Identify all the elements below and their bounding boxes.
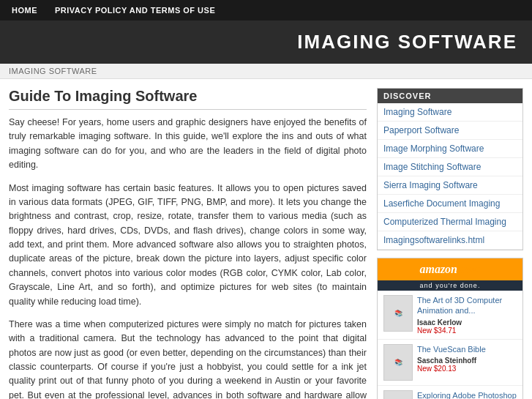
discover-link-2[interactable]: Image Morphing Software bbox=[378, 140, 522, 157]
amazon-product: 📚 Exploring Adobe Photoshop CS5 Annesa H… bbox=[378, 386, 522, 399]
site-title: IMAGING SOFTWARE bbox=[15, 31, 517, 53]
breadcrumb-text: IMAGING SOFTWARE bbox=[9, 67, 97, 75]
list-item: Imagingsoftwarelinks.html bbox=[378, 231, 522, 250]
content-paragraph-1: Say cheese! For years, home users and gr… bbox=[9, 116, 367, 173]
discover-link-0[interactable]: Imaging Software bbox=[378, 103, 522, 121]
list-item: Paperport Software bbox=[378, 122, 522, 140]
product-image: 📚 bbox=[383, 295, 413, 332]
discover-link-4[interactable]: Sierra Imaging Software bbox=[378, 176, 522, 194]
product-price: New $20.13 bbox=[417, 365, 517, 373]
product-info: The Art of 3D Computer Animation and... … bbox=[417, 295, 517, 335]
product-title[interactable]: The VueScan Bible bbox=[417, 344, 517, 354]
discover-link-6[interactable]: Computerized Thermal Imaging bbox=[378, 213, 522, 231]
sidebar: DISCOVER Imaging Software Paperport Soft… bbox=[377, 88, 523, 399]
list-item: Sierra Imaging Software bbox=[378, 176, 522, 195]
discover-title: DISCOVER bbox=[378, 89, 522, 103]
product-title[interactable]: Exploring Adobe Photoshop CS5 bbox=[417, 390, 517, 399]
product-price: New $34.71 bbox=[417, 327, 517, 335]
amazon-brand: amazon.com bbox=[419, 263, 480, 275]
article-heading: Guide To Imaging Software bbox=[9, 88, 367, 110]
top-navigation: HOME PRIVACY POLICY AND TERMS OF USE bbox=[0, 0, 532, 20]
product-image: 📚 bbox=[383, 344, 413, 381]
content-paragraph-3: There was a time when computerized pictu… bbox=[9, 318, 367, 399]
amazon-product: 📚 The Art of 3D Computer Animation and..… bbox=[378, 291, 522, 340]
content-area: Guide To Imaging Software Say cheese! Fo… bbox=[9, 88, 377, 399]
breadcrumb: IMAGING SOFTWARE bbox=[0, 64, 532, 79]
product-image: 📚 bbox=[383, 390, 413, 399]
list-item: Computerized Thermal Imaging bbox=[378, 213, 522, 231]
nav-home[interactable]: HOME bbox=[12, 6, 37, 15]
list-item: Imaging Software bbox=[378, 103, 522, 122]
discover-box: DISCOVER Imaging Software Paperport Soft… bbox=[377, 88, 523, 250]
main-layout: Guide To Imaging Software Say cheese! Fo… bbox=[0, 79, 532, 399]
product-author: Sascha Steinhoff bbox=[417, 357, 517, 365]
discover-link-3[interactable]: Image Stitching Software bbox=[378, 158, 522, 176]
discover-link-5[interactable]: Laserfiche Document Imaging bbox=[378, 195, 522, 212]
discover-link-1[interactable]: Paperport Software bbox=[378, 122, 522, 139]
product-title[interactable]: The Art of 3D Computer Animation and... bbox=[417, 295, 517, 316]
nav-privacy[interactable]: PRIVACY POLICY AND TERMS OF USE bbox=[55, 6, 215, 15]
product-author: Isaac Kerlow bbox=[417, 318, 517, 327]
discover-links: Imaging Software Paperport Software Imag… bbox=[378, 103, 522, 250]
list-item: Laserfiche Document Imaging bbox=[378, 195, 522, 213]
product-info: The VueScan Bible Sascha Steinhoff New $… bbox=[417, 344, 517, 373]
amazon-tagline: and you're done. bbox=[378, 280, 522, 291]
amazon-logo: amazon.com bbox=[378, 258, 522, 280]
site-header: IMAGING SOFTWARE bbox=[0, 20, 532, 64]
discover-link-7[interactable]: Imagingsoftwarelinks.html bbox=[378, 231, 522, 249]
list-item: Image Stitching Software bbox=[378, 158, 522, 176]
amazon-product: 📚 The VueScan Bible Sascha Steinhoff New… bbox=[378, 340, 522, 386]
content-paragraph-2: Most imaging software has certain basic … bbox=[9, 182, 367, 309]
amazon-ad-box: amazon.com and you're done. 📚 The Art of… bbox=[377, 258, 523, 399]
list-item: Image Morphing Software bbox=[378, 140, 522, 158]
product-info: Exploring Adobe Photoshop CS5 Annesa Har… bbox=[417, 390, 517, 399]
